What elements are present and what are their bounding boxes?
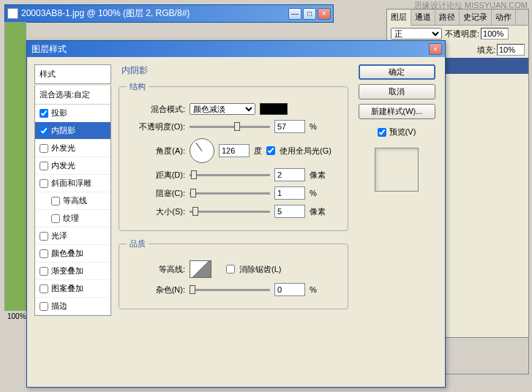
tab-layers[interactable]: 图层 — [387, 10, 411, 26]
tab-paths[interactable]: 路径 — [435, 10, 460, 25]
blending-options[interactable]: 混合选项:自定 — [35, 86, 110, 105]
contour-row: 等高线: 消除锯齿(L) — [127, 260, 340, 278]
zoom-indicator: 100% — [4, 311, 29, 322]
noise-row: 杂色(N): % — [127, 283, 340, 296]
style-texture[interactable]: 纹理 — [35, 210, 110, 227]
contour-picker[interactable] — [190, 260, 211, 278]
texture-sub-checkbox[interactable] — [51, 214, 60, 223]
distance-row: 距离(D): 像素 — [127, 168, 340, 181]
document-titlebar: 20003AB8-1.jpg @ 100% (图层 2, RGB/8#) — □… — [5, 5, 333, 22]
inner-shadow-checkbox[interactable] — [40, 127, 48, 135]
satin-checkbox[interactable] — [40, 232, 48, 241]
blend-mode-select[interactable]: 正 — [391, 28, 442, 39]
dialog-titlebar: 图层样式 × — [27, 41, 445, 57]
shadow-color-swatch[interactable] — [260, 103, 288, 115]
style-pattern-overlay[interactable]: 图案叠加 — [35, 280, 110, 298]
blend-mode-label: 混合模式: — [127, 104, 185, 115]
noise-field[interactable] — [274, 283, 305, 296]
preview-checkbox[interactable] — [378, 128, 386, 137]
noise-label: 杂色(N): — [127, 284, 185, 295]
buttons-column: 确定 取消 新建样式(W)... 预览(V) — [356, 64, 438, 380]
quality-legend: 品质 — [127, 238, 149, 249]
dialog-body: 样式 混合选项:自定 投影 内阴影 外发光 内发光 斜面和浮雕 等高线 纹理 光… — [27, 57, 445, 387]
style-preview — [375, 148, 419, 192]
fill-input[interactable] — [497, 44, 525, 56]
choke-row: 阻塞(C): % — [127, 186, 340, 200]
angle-row: 角度(A): 度 使用全局光(G) — [127, 138, 340, 163]
color-overlay-checkbox[interactable] — [40, 249, 48, 258]
blend-mode-dropdown[interactable]: 颜色减淡 — [190, 103, 255, 115]
contour-sub-checkbox[interactable] — [51, 197, 60, 206]
dialog-title: 图层样式 — [30, 43, 429, 56]
size-row: 大小(S): 像素 — [127, 205, 340, 218]
distance-unit: 像素 — [310, 170, 326, 181]
document-icon — [7, 8, 18, 19]
styles-column: 样式 混合选项:自定 投影 内阴影 外发光 内发光 斜面和浮雕 等高线 纹理 光… — [34, 64, 111, 380]
pattern-overlay-checkbox[interactable] — [40, 284, 48, 293]
style-bevel[interactable]: 斜面和浮雕 — [35, 175, 110, 192]
size-label: 大小(S): — [127, 206, 185, 217]
style-stroke[interactable]: 描边 — [35, 298, 110, 315]
opacity-input[interactable] — [481, 28, 509, 39]
style-contour[interactable]: 等高线 — [35, 192, 110, 210]
layer-style-dialog: 图层样式 × 样式 混合选项:自定 投影 内阴影 外发光 内发光 斜面和浮雕 等… — [26, 40, 446, 388]
new-style-button[interactable]: 新建样式(W)... — [359, 104, 435, 119]
structure-legend: 结构 — [127, 81, 149, 92]
contour-label: 等高线: — [127, 264, 185, 275]
palette-tabs: 图层 通道 路径 史记录 动作 — [387, 10, 528, 26]
style-inner-glow[interactable]: 内发光 — [35, 157, 110, 175]
preview-label: 预览(V) — [389, 127, 416, 137]
tab-channels[interactable]: 通道 — [411, 10, 435, 25]
style-outer-glow[interactable]: 外发光 — [35, 140, 110, 157]
style-inner-shadow[interactable]: 内阴影 — [35, 122, 110, 140]
maximize-button[interactable]: □ — [303, 8, 316, 20]
opacity-row: 不透明度(O): % — [127, 120, 340, 133]
choke-field[interactable] — [274, 186, 305, 200]
opacity-unit: % — [310, 122, 317, 131]
choke-slider[interactable] — [190, 192, 270, 195]
dialog-close-button[interactable]: × — [429, 43, 442, 55]
cancel-button[interactable]: 取消 — [359, 84, 435, 99]
stroke-checkbox[interactable] — [40, 302, 48, 311]
canvas[interactable] — [4, 22, 26, 314]
choke-label: 阻塞(C): — [127, 188, 185, 199]
minimize-button[interactable]: — — [288, 8, 301, 20]
preview-checkbox-row: 预览(V) — [378, 127, 416, 137]
global-light-checkbox[interactable] — [266, 146, 275, 155]
tab-history[interactable]: 史记录 — [460, 10, 492, 25]
opacity-slider[interactable] — [190, 126, 270, 128]
settings-column: 内阴影 结构 混合模式: 颜色减淡 不透明度(O): % 角度(A): — [119, 64, 348, 380]
ok-button[interactable]: 确定 — [359, 64, 435, 80]
inner-glow-checkbox[interactable] — [40, 162, 48, 170]
distance-label: 距离(D): — [127, 170, 185, 181]
size-field[interactable] — [274, 205, 305, 218]
size-unit: 像素 — [310, 206, 326, 217]
angle-unit: 度 — [254, 146, 262, 157]
style-satin[interactable]: 光泽 — [35, 227, 110, 245]
noise-slider[interactable] — [190, 289, 270, 291]
distance-field[interactable] — [274, 168, 305, 181]
size-slider[interactable] — [190, 211, 270, 213]
styles-header[interactable]: 样式 — [34, 64, 111, 84]
opacity-label2: 不透明度(O): — [127, 121, 185, 132]
document-title: 20003AB8-1.jpg @ 100% (图层 2, RGB/8#) — [21, 7, 288, 20]
style-gradient-overlay[interactable]: 渐变叠加 — [35, 263, 110, 280]
structure-group: 结构 混合模式: 颜色减淡 不透明度(O): % 角度(A): 度 — [119, 81, 348, 231]
style-color-overlay[interactable]: 颜色叠加 — [35, 245, 110, 263]
opacity-field[interactable] — [274, 120, 305, 133]
opacity-label: 不透明度: — [445, 29, 479, 39]
tab-actions[interactable]: 动作 — [492, 10, 516, 25]
outer-glow-checkbox[interactable] — [40, 144, 48, 153]
angle-dial[interactable] — [190, 138, 214, 163]
gradient-overlay-checkbox[interactable] — [40, 267, 48, 276]
antialias-checkbox[interactable] — [226, 265, 235, 274]
antialias-label: 消除锯齿(L) — [239, 264, 281, 275]
drop-shadow-checkbox[interactable] — [40, 109, 48, 118]
window-buttons: — □ × — [288, 8, 331, 20]
style-drop-shadow[interactable]: 投影 — [35, 105, 110, 122]
angle-field[interactable] — [219, 144, 250, 157]
bevel-checkbox[interactable] — [40, 179, 48, 188]
panel-title: 内阴影 — [119, 64, 348, 77]
distance-slider[interactable] — [190, 174, 270, 176]
close-button[interactable]: × — [318, 8, 331, 20]
